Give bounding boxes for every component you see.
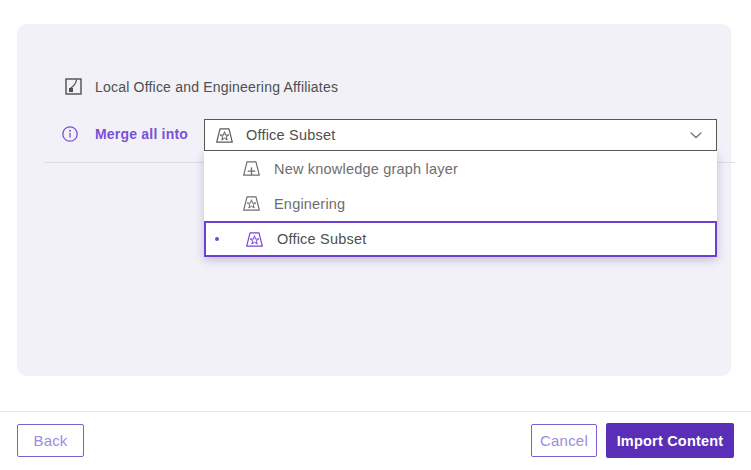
dropdown-option-label: Office Subset (277, 231, 366, 247)
merge-target-select-value: Office Subset (246, 127, 678, 143)
source-layer-row: Local Office and Engineering Affiliates (65, 78, 338, 95)
dropdown-option-label: New knowledge graph layer (274, 161, 458, 177)
knowledge-graph-layer-icon (215, 127, 234, 144)
chevron-down-icon (690, 132, 702, 139)
merge-options-panel: Local Office and Engineering Affiliates … (17, 24, 731, 376)
cancel-button[interactable]: Cancel (531, 424, 597, 457)
dropdown-option-enginering[interactable]: Enginering (204, 186, 717, 221)
merge-target-dropdown: New knowledge graph layer Enginering Off… (204, 151, 717, 257)
source-layer-label: Local Office and Engineering Affiliates (95, 79, 338, 95)
dropdown-option-new-knowledge-graph-layer[interactable]: New knowledge graph layer (204, 151, 717, 186)
layer-edit-icon (65, 78, 82, 95)
back-button[interactable]: Back (17, 424, 84, 457)
add-knowledge-graph-layer-icon (242, 160, 261, 177)
import-content-button[interactable]: Import Content (606, 423, 734, 458)
merge-all-into-label: Merge all into (95, 126, 188, 142)
dropdown-option-office-subset[interactable]: Office Subset (204, 221, 717, 257)
knowledge-graph-layer-icon (242, 195, 261, 212)
footer-divider (0, 411, 751, 412)
selected-dot (215, 237, 219, 241)
info-icon (61, 125, 79, 143)
merge-all-into-row: Merge all into (61, 125, 188, 143)
dropdown-option-label: Enginering (274, 196, 345, 212)
knowledge-graph-layer-icon (245, 231, 264, 248)
merge-target-select[interactable]: Office Subset (204, 119, 717, 151)
